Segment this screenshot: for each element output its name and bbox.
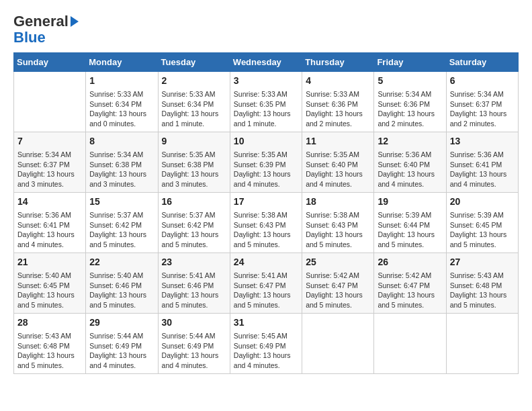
cell-info: Sunrise: 5:34 AM Sunset: 6:36 PM Dayligh…	[378, 89, 442, 129]
day-number: 10	[234, 135, 298, 148]
day-number: 31	[234, 316, 298, 330]
day-number: 19	[378, 195, 442, 209]
cell-info: Sunrise: 5:37 AM Sunset: 6:42 PM Dayligh…	[162, 210, 226, 250]
calendar-cell: 10Sunrise: 5:35 AM Sunset: 6:39 PM Dayli…	[230, 132, 302, 193]
calendar-cell: 5Sunrise: 5:34 AM Sunset: 6:36 PM Daylig…	[374, 72, 446, 132]
calendar-cell: 26Sunrise: 5:42 AM Sunset: 6:47 PM Dayli…	[374, 253, 446, 314]
calendar-cell: 7Sunrise: 5:34 AM Sunset: 6:37 PM Daylig…	[14, 132, 86, 193]
day-number: 1	[89, 75, 154, 88]
calendar-cell: 3Sunrise: 5:33 AM Sunset: 6:35 PM Daylig…	[230, 72, 302, 132]
cell-info: Sunrise: 5:33 AM Sunset: 6:35 PM Dayligh…	[234, 89, 298, 129]
calendar-cell: 9Sunrise: 5:35 AM Sunset: 6:38 PM Daylig…	[158, 132, 230, 193]
calendar-cell: 24Sunrise: 5:41 AM Sunset: 6:47 PM Dayli…	[230, 253, 302, 314]
calendar-cell	[446, 314, 518, 374]
calendar-cell: 30Sunrise: 5:44 AM Sunset: 6:49 PM Dayli…	[158, 314, 230, 374]
calendar-cell: 22Sunrise: 5:40 AM Sunset: 6:46 PM Dayli…	[86, 253, 158, 314]
column-header-saturday: Saturday	[446, 53, 518, 72]
cell-info: Sunrise: 5:36 AM Sunset: 6:40 PM Dayligh…	[378, 150, 442, 189]
day-number: 5	[378, 75, 442, 88]
day-number: 26	[378, 256, 442, 269]
calendar-cell: 8Sunrise: 5:34 AM Sunset: 6:38 PM Daylig…	[86, 132, 158, 193]
cell-info: Sunrise: 5:36 AM Sunset: 6:41 PM Dayligh…	[450, 150, 515, 189]
calendar-cell	[14, 72, 86, 132]
cell-info: Sunrise: 5:39 AM Sunset: 6:44 PM Dayligh…	[378, 210, 442, 250]
calendar-cell: 31Sunrise: 5:45 AM Sunset: 6:49 PM Dayli…	[230, 314, 302, 374]
cell-info: Sunrise: 5:43 AM Sunset: 6:48 PM Dayligh…	[450, 271, 515, 310]
cell-info: Sunrise: 5:33 AM Sunset: 6:34 PM Dayligh…	[162, 89, 226, 129]
page-header: General Blue	[13, 13, 519, 46]
calendar-week-row: 14Sunrise: 5:36 AM Sunset: 6:41 PM Dayli…	[14, 193, 519, 253]
cell-info: Sunrise: 5:42 AM Sunset: 6:47 PM Dayligh…	[378, 271, 442, 310]
calendar-cell: 25Sunrise: 5:42 AM Sunset: 6:47 PM Dayli…	[302, 253, 374, 314]
cell-info: Sunrise: 5:44 AM Sunset: 6:49 PM Dayligh…	[162, 331, 226, 371]
cell-info: Sunrise: 5:41 AM Sunset: 6:47 PM Dayligh…	[234, 271, 298, 310]
day-number: 25	[306, 256, 370, 269]
calendar-cell	[374, 314, 446, 374]
day-number: 20	[450, 195, 515, 209]
calendar-cell: 11Sunrise: 5:35 AM Sunset: 6:40 PM Dayli…	[302, 132, 374, 193]
day-number: 17	[234, 195, 298, 209]
day-number: 30	[162, 316, 226, 330]
day-number: 23	[162, 256, 226, 269]
cell-info: Sunrise: 5:34 AM Sunset: 6:38 PM Dayligh…	[89, 150, 154, 189]
calendar-cell: 29Sunrise: 5:44 AM Sunset: 6:49 PM Dayli…	[86, 314, 158, 374]
calendar-cell: 14Sunrise: 5:36 AM Sunset: 6:41 PM Dayli…	[14, 193, 86, 253]
cell-info: Sunrise: 5:45 AM Sunset: 6:49 PM Dayligh…	[234, 331, 298, 371]
cell-info: Sunrise: 5:35 AM Sunset: 6:38 PM Dayligh…	[162, 150, 226, 189]
calendar-header-row: SundayMondayTuesdayWednesdayThursdayFrid…	[14, 53, 519, 72]
calendar-cell	[302, 314, 374, 374]
day-number: 11	[306, 135, 370, 148]
cell-info: Sunrise: 5:43 AM Sunset: 6:48 PM Dayligh…	[17, 331, 82, 371]
column-header-tuesday: Tuesday	[158, 53, 230, 72]
calendar-week-row: 1Sunrise: 5:33 AM Sunset: 6:34 PM Daylig…	[14, 72, 519, 132]
column-header-sunday: Sunday	[14, 53, 86, 72]
calendar-cell: 12Sunrise: 5:36 AM Sunset: 6:40 PM Dayli…	[374, 132, 446, 193]
logo: General Blue	[13, 13, 79, 46]
day-number: 15	[89, 195, 154, 209]
day-number: 27	[450, 256, 515, 269]
cell-info: Sunrise: 5:38 AM Sunset: 6:43 PM Dayligh…	[234, 210, 298, 250]
cell-info: Sunrise: 5:41 AM Sunset: 6:46 PM Dayligh…	[162, 271, 226, 310]
day-number: 13	[450, 135, 515, 148]
calendar-cell: 13Sunrise: 5:36 AM Sunset: 6:41 PM Dayli…	[446, 132, 518, 193]
calendar-cell: 23Sunrise: 5:41 AM Sunset: 6:46 PM Dayli…	[158, 253, 230, 314]
cell-info: Sunrise: 5:42 AM Sunset: 6:47 PM Dayligh…	[306, 271, 370, 310]
calendar-table: SundayMondayTuesdayWednesdayThursdayFrid…	[13, 52, 519, 374]
cell-info: Sunrise: 5:33 AM Sunset: 6:34 PM Dayligh…	[89, 89, 154, 129]
cell-info: Sunrise: 5:37 AM Sunset: 6:42 PM Dayligh…	[89, 210, 154, 250]
day-number: 16	[162, 195, 226, 209]
day-number: 6	[450, 75, 515, 88]
cell-info: Sunrise: 5:35 AM Sunset: 6:39 PM Dayligh…	[234, 150, 298, 189]
cell-info: Sunrise: 5:39 AM Sunset: 6:45 PM Dayligh…	[450, 210, 515, 250]
calendar-cell: 19Sunrise: 5:39 AM Sunset: 6:44 PM Dayli…	[374, 193, 446, 253]
calendar-week-row: 7Sunrise: 5:34 AM Sunset: 6:37 PM Daylig…	[14, 132, 519, 193]
cell-info: Sunrise: 5:36 AM Sunset: 6:41 PM Dayligh…	[17, 210, 82, 250]
calendar-week-row: 21Sunrise: 5:40 AM Sunset: 6:45 PM Dayli…	[14, 253, 519, 314]
cell-info: Sunrise: 5:34 AM Sunset: 6:37 PM Dayligh…	[17, 150, 82, 189]
cell-info: Sunrise: 5:40 AM Sunset: 6:45 PM Dayligh…	[17, 271, 82, 310]
column-header-wednesday: Wednesday	[230, 53, 302, 72]
day-number: 12	[378, 135, 442, 148]
calendar-cell: 20Sunrise: 5:39 AM Sunset: 6:45 PM Dayli…	[446, 193, 518, 253]
calendar-cell: 6Sunrise: 5:34 AM Sunset: 6:37 PM Daylig…	[446, 72, 518, 132]
calendar-cell: 16Sunrise: 5:37 AM Sunset: 6:42 PM Dayli…	[158, 193, 230, 253]
cell-info: Sunrise: 5:35 AM Sunset: 6:40 PM Dayligh…	[306, 150, 370, 189]
calendar-cell: 21Sunrise: 5:40 AM Sunset: 6:45 PM Dayli…	[14, 253, 86, 314]
day-number: 7	[17, 135, 82, 148]
column-header-thursday: Thursday	[302, 53, 374, 72]
logo-arrow-icon	[71, 16, 79, 27]
day-number: 8	[89, 135, 154, 148]
cell-info: Sunrise: 5:34 AM Sunset: 6:37 PM Dayligh…	[450, 89, 515, 129]
logo-general: General	[13, 13, 69, 30]
calendar-cell: 1Sunrise: 5:33 AM Sunset: 6:34 PM Daylig…	[86, 72, 158, 132]
day-number: 18	[306, 195, 370, 209]
day-number: 24	[234, 256, 298, 269]
calendar-cell: 18Sunrise: 5:38 AM Sunset: 6:43 PM Dayli…	[302, 193, 374, 253]
cell-info: Sunrise: 5:38 AM Sunset: 6:43 PM Dayligh…	[306, 210, 370, 250]
day-number: 22	[89, 256, 154, 269]
day-number: 4	[306, 75, 370, 88]
calendar-cell: 15Sunrise: 5:37 AM Sunset: 6:42 PM Dayli…	[86, 193, 158, 253]
column-header-monday: Monday	[86, 53, 158, 72]
column-header-friday: Friday	[374, 53, 446, 72]
calendar-week-row: 28Sunrise: 5:43 AM Sunset: 6:48 PM Dayli…	[14, 314, 519, 374]
